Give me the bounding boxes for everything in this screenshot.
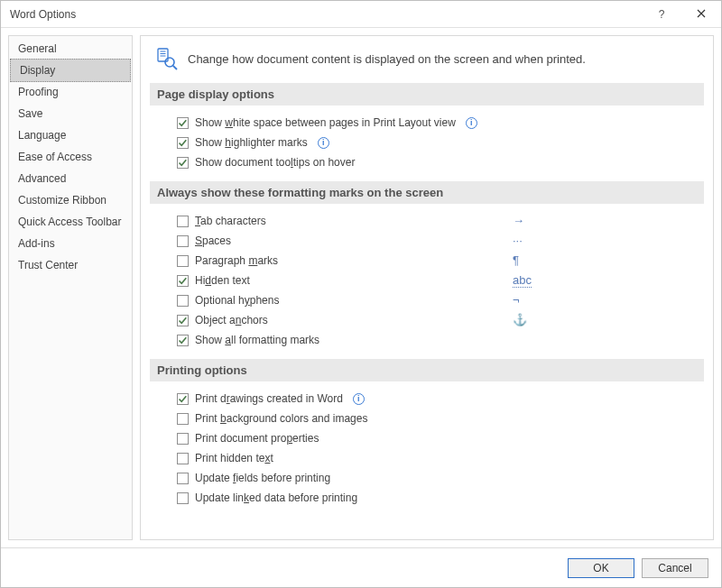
option-row[interactable]: Optional hyphens¬ (150, 290, 704, 310)
sidebar-item-display[interactable]: Display (10, 59, 131, 82)
section-formatting-marks: Always show these formatting marks on th… (150, 181, 704, 204)
checkbox[interactable] (177, 393, 189, 405)
svg-point-4 (165, 58, 174, 67)
sidebar-item-proofing[interactable]: Proofing (9, 81, 132, 103)
section-printing: Printing options (150, 359, 704, 381)
window-title: Word Options (10, 8, 76, 21)
checkbox[interactable] (177, 453, 189, 464)
sidebar-item-ease-of-access[interactable]: Ease of Access (9, 146, 132, 168)
option-label: Optional hyphens (195, 292, 513, 308)
titlebar: Word Options ? (1, 1, 721, 28)
option-label: Update fields before printing (195, 470, 330, 486)
option-row[interactable]: Print drawings created in Wordi (150, 389, 704, 409)
sidebar-item-add-ins[interactable]: Add-ins (9, 233, 132, 254)
formatting-mark-icon: ⚓ (513, 312, 538, 328)
option-label: Spaces (195, 233, 513, 249)
checkbox[interactable] (177, 473, 189, 484)
word-options-dialog: Word Options ? GeneralDisplayProofingSav… (0, 0, 722, 588)
help-button[interactable]: ? (642, 1, 681, 28)
checkbox[interactable] (177, 315, 189, 326)
dialog-body: GeneralDisplayProofingSaveLanguageEase o… (1, 28, 721, 547)
main-pane: Change how document content is displayed… (140, 35, 714, 540)
option-label: Print drawings created in Word (195, 390, 343, 407)
svg-line-5 (173, 66, 177, 69)
page-magnifier-icon (155, 47, 179, 70)
sidebar-item-customize-ribbon[interactable]: Customize Ribbon (9, 189, 132, 211)
info-icon[interactable]: i (466, 117, 477, 129)
formatting-mark-icon: ¶ (513, 253, 538, 269)
checkbox[interactable] (177, 492, 189, 504)
checkbox[interactable] (177, 275, 189, 287)
option-label: Update linked data before printing (195, 490, 357, 506)
checkbox[interactable] (177, 117, 189, 129)
option-row[interactable]: Show document tooltips on hover (150, 152, 704, 172)
sidebar-item-save[interactable]: Save (9, 103, 132, 124)
checkbox[interactable] (177, 295, 189, 307)
formatting-mark-icon: abc (513, 272, 538, 289)
hero: Change how document content is displayed… (150, 43, 704, 83)
option-label: Object anchors (195, 312, 513, 328)
checkbox[interactable] (177, 216, 189, 227)
checkbox[interactable] (177, 433, 189, 445)
help-icon: ? (659, 8, 665, 21)
hero-text: Change how document content is displayed… (188, 52, 586, 66)
sidebar-item-language[interactable]: Language (9, 124, 132, 146)
option-label: Show highlighter marks (195, 134, 308, 151)
checkbox[interactable] (177, 335, 189, 346)
option-row[interactable]: Paragraph marks¶ (150, 251, 704, 271)
cancel-button[interactable]: Cancel (642, 558, 708, 578)
option-label: Print hidden text (195, 450, 273, 466)
option-label: Tab characters (195, 213, 513, 229)
checkbox[interactable] (177, 137, 189, 149)
option-label: Show all formatting marks (195, 332, 513, 348)
info-icon[interactable]: i (353, 393, 365, 405)
option-label: Hidden text (195, 272, 513, 289)
option-row[interactable]: Print background colors and images (150, 409, 704, 428)
option-row[interactable]: Print hidden text (150, 448, 704, 468)
sidebar-item-trust-center[interactable]: Trust Center (9, 254, 132, 276)
option-row[interactable]: Show highlighter marksi (150, 133, 704, 152)
option-label: Paragraph marks (195, 253, 513, 269)
option-label: Print background colors and images (195, 410, 367, 427)
option-row[interactable]: Hidden textabc (150, 271, 704, 290)
option-row[interactable]: Update linked data before printing (150, 488, 704, 508)
footer: OK Cancel (1, 547, 721, 587)
sidebar-item-general[interactable]: General (9, 38, 132, 60)
option-label: Show document tooltips on hover (195, 154, 355, 170)
option-row[interactable]: Object anchors⚓ (150, 310, 704, 330)
checkbox[interactable] (177, 157, 189, 169)
option-label: Print document properties (195, 430, 319, 446)
sidebar-item-quick-access-toolbar[interactable]: Quick Access Toolbar (9, 211, 132, 233)
formatting-mark-icon: → (513, 213, 538, 229)
formatting-mark-icon: ¬ (513, 292, 538, 308)
close-icon (697, 8, 706, 21)
option-label: Show white space between pages in Print … (195, 115, 456, 131)
option-row[interactable]: Print document properties (150, 428, 704, 448)
ok-button[interactable]: OK (568, 558, 634, 578)
option-row[interactable]: Show all formatting marks (150, 330, 704, 350)
close-button[interactable] (681, 1, 721, 28)
section-page-display: Page display options (150, 83, 704, 106)
sidebar: GeneralDisplayProofingSaveLanguageEase o… (8, 35, 133, 540)
checkbox[interactable] (177, 413, 189, 425)
option-row[interactable]: Show white space between pages in Print … (150, 113, 704, 133)
checkbox[interactable] (177, 255, 189, 267)
formatting-mark-icon: ··· (513, 233, 538, 249)
option-row[interactable]: Spaces··· (150, 231, 704, 251)
sidebar-item-advanced[interactable]: Advanced (9, 168, 132, 189)
option-row[interactable]: Tab characters→ (150, 211, 704, 231)
option-row[interactable]: Update fields before printing (150, 468, 704, 488)
info-icon[interactable]: i (318, 137, 329, 149)
checkbox[interactable] (177, 235, 189, 247)
